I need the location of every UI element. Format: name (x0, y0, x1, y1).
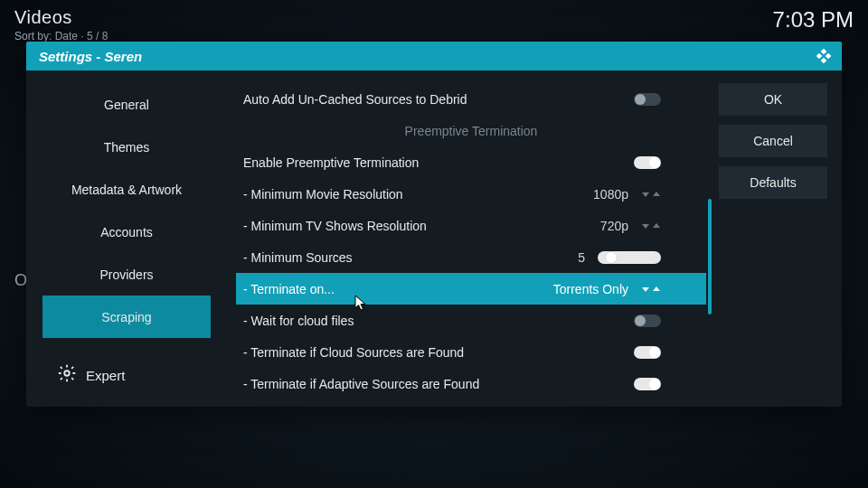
settings-level[interactable]: Expert (42, 354, 211, 407)
settings-level-label: Expert (86, 368, 125, 383)
gear-icon (57, 363, 77, 387)
toggle-on-icon[interactable] (634, 346, 661, 359)
scrollbar-thumb[interactable] (708, 199, 712, 314)
sidebar-item-metadata-artwork[interactable]: Metadata & Artwork (42, 168, 211, 211)
row-terminate-adaptive-found[interactable]: - Terminate if Adaptive Sources are Foun… (236, 368, 706, 399)
row-wait-cloud-files[interactable]: - Wait for cloud files (236, 305, 706, 336)
row-auto-add-uncached[interactable]: Auto Add Un-Cached Sources to Debrid (236, 83, 706, 115)
sidebar-item-providers[interactable]: Providers (42, 253, 211, 296)
settings-dialog: Settings - Seren General Themes Metadata… (26, 42, 842, 407)
row-enable-preemptive[interactable]: Enable Preemptive Termination (236, 146, 706, 178)
toggle-on-icon[interactable] (634, 156, 661, 169)
sidebar-item-scraping[interactable]: Scraping (42, 296, 211, 338)
defaults-button[interactable]: Defaults (719, 166, 827, 199)
toggle-off-icon[interactable] (634, 314, 661, 327)
spinner-arrows-icon[interactable] (641, 221, 661, 230)
cancel-button[interactable]: Cancel (719, 125, 827, 157)
row-terminate-on[interactable]: - Terminate on... Torrents Only (236, 273, 706, 305)
section-preemptive-termination: Preemptive Termination (236, 115, 706, 146)
row-terminate-cloud-found[interactable]: - Terminate if Cloud Sources are Found (236, 336, 706, 368)
svg-point-0 (64, 371, 70, 376)
settings-content: Auto Add Un-Cached Sources to Debrid Pre… (211, 83, 712, 407)
dialog-actions: OK Cancel Defaults (712, 83, 842, 407)
slider-control[interactable] (598, 251, 661, 264)
screen-title: Videos (14, 7, 108, 28)
toggle-off-icon[interactable] (634, 93, 661, 106)
background-letter: O (14, 271, 27, 290)
row-min-tv-resolution[interactable]: - Minimum TV Shows Resolution 720p (236, 210, 706, 241)
toggle-on-icon[interactable] (634, 378, 661, 390)
sort-status: Sort by: Date · 5 / 8 (14, 30, 108, 42)
spinner-arrows-icon[interactable] (641, 190, 661, 199)
ok-button[interactable]: OK (719, 83, 827, 116)
sidebar-item-themes[interactable]: Themes (42, 126, 211, 168)
top-bar: Videos Sort by: Date · 5 / 8 7:03 PM (0, 0, 868, 46)
clock: 7:03 PM (773, 7, 854, 33)
kodi-logo-icon (815, 47, 833, 65)
category-sidebar: General Themes Metadata & Artwork Accoun… (26, 83, 211, 407)
sidebar-item-accounts[interactable]: Accounts (42, 211, 211, 253)
content-scrollbar[interactable] (708, 83, 712, 407)
row-min-sources[interactable]: - Minimum Sources 5 (236, 241, 706, 273)
dialog-title: Settings - Seren (39, 49, 142, 64)
dialog-header: Settings - Seren (26, 42, 842, 70)
spinner-arrows-icon[interactable] (641, 285, 661, 294)
row-min-movie-resolution[interactable]: - Minimum Movie Resolution 1080p (236, 178, 706, 210)
sidebar-item-general[interactable]: General (42, 83, 211, 126)
